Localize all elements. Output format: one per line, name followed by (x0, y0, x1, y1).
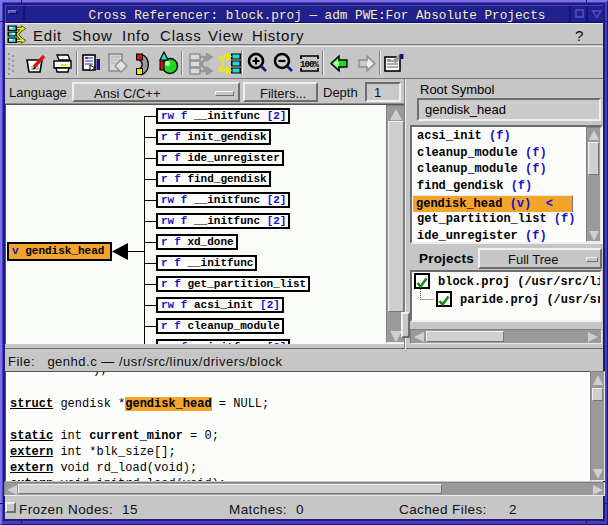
svg-text:100%: 100% (300, 60, 320, 70)
